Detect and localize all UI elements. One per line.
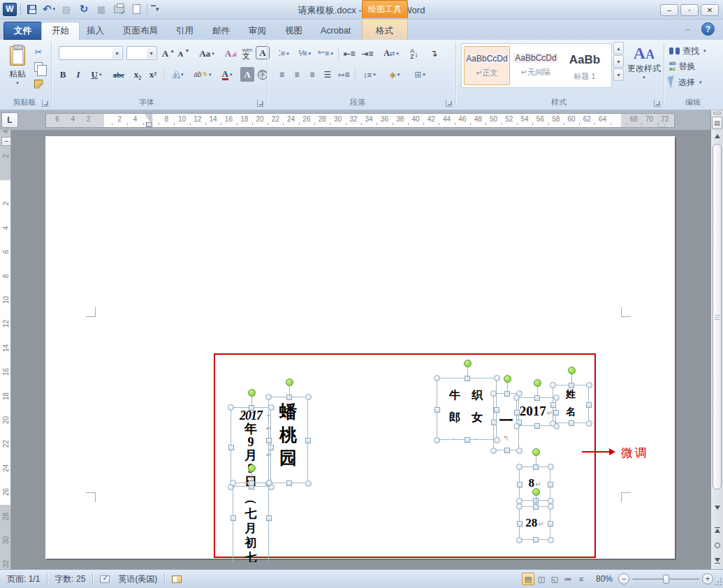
resize-handle[interactable] <box>586 420 592 427</box>
split-window-handle[interactable] <box>713 112 721 115</box>
paragraph-dialog-launcher[interactable] <box>446 100 453 107</box>
resize-handle[interactable] <box>513 395 520 401</box>
sort-button[interactable]: AZ↓ <box>405 46 423 61</box>
increase-indent-button[interactable]: ⇥≡ <box>359 46 376 61</box>
macro-record-indicator[interactable] <box>165 573 189 585</box>
fullscreen-reading-view-button[interactable]: ◫ <box>535 573 548 585</box>
font-dialog-launcher[interactable] <box>257 100 264 107</box>
tab-stop-selector[interactable]: L <box>1 112 18 128</box>
resize-handle[interactable] <box>550 402 556 408</box>
right-indent-marker[interactable] <box>658 121 665 126</box>
resize-handle[interactable] <box>305 394 312 400</box>
change-case-button[interactable]: Aa▾ <box>196 46 218 61</box>
italic-button[interactable]: I <box>71 67 85 82</box>
resize-handle[interactable] <box>305 438 311 443</box>
rotate-handle[interactable] <box>568 367 576 374</box>
first-line-indent-marker[interactable] <box>145 114 152 119</box>
resize-handle[interactable] <box>517 482 523 487</box>
resize-handle[interactable] <box>228 404 234 411</box>
multilevel-list-button[interactable]: ᵃ⁼≡▾ <box>316 46 335 61</box>
tab-review[interactable]: 审阅 <box>239 22 276 40</box>
print-layout-view-button[interactable]: ▤ <box>522 573 534 585</box>
resize-handle[interactable] <box>550 420 556 427</box>
resize-handle[interactable] <box>494 375 500 381</box>
style-no-spacing[interactable]: AaBbCcDd ↵无间隔 <box>513 46 559 85</box>
character-border-button[interactable]: A <box>256 46 270 59</box>
rotate-handle[interactable] <box>532 448 540 456</box>
resize-handle[interactable] <box>434 375 440 381</box>
select-browse-object-button[interactable] <box>713 541 722 550</box>
tab-mailings[interactable]: 邮件 <box>203 22 240 40</box>
resize-handle[interactable] <box>465 437 470 443</box>
align-center-button[interactable]: ≡ <box>289 67 305 82</box>
format-painter-button[interactable] <box>32 78 45 90</box>
resize-handle[interactable] <box>266 480 272 486</box>
resize-handle[interactable] <box>490 390 497 397</box>
tab-view[interactable]: 视图 <box>275 22 312 40</box>
rotate-handle[interactable] <box>464 360 472 367</box>
zoom-in-button[interactable]: + <box>702 573 713 585</box>
highlight-color-button[interactable]: ab✎▾ <box>191 67 214 82</box>
rotate-handle[interactable] <box>532 488 540 496</box>
resize-handle[interactable] <box>265 394 272 400</box>
zoom-slider-thumb[interactable] <box>663 575 669 584</box>
close-button[interactable]: ✕ <box>701 4 719 16</box>
clipboard-dialog-launcher[interactable] <box>42 100 49 107</box>
page-indicator[interactable]: 页面: 1/1 <box>0 573 47 585</box>
draft-view-button[interactable]: ≡ <box>575 573 587 585</box>
h-ruler[interactable]: 6422468101214161820222426283032343638404… <box>45 113 675 128</box>
help-button[interactable]: ? <box>701 22 715 36</box>
decrease-indent-button[interactable]: ⇤≡ <box>341 46 358 61</box>
copy-button[interactable] <box>32 61 45 73</box>
resize-handle[interactable] <box>231 515 236 521</box>
styles-dialog-launcher[interactable] <box>654 100 661 107</box>
align-right-button[interactable]: ≡ <box>305 67 320 82</box>
textbox-niulang-zhinv[interactable]: 牛郎↰织女↰ <box>437 378 497 440</box>
language-indicator[interactable]: 英语(美国) <box>117 573 164 585</box>
previous-page-button[interactable] <box>713 525 722 535</box>
font-name-combo[interactable]: ▼ <box>59 46 123 60</box>
grow-font-button[interactable]: A▲ <box>161 46 176 61</box>
resize-handle[interactable] <box>286 480 292 486</box>
word-count[interactable]: 字数: 25 <box>48 573 92 585</box>
justify-button[interactable]: ☰ <box>320 67 335 82</box>
next-page-button[interactable] <box>713 556 722 566</box>
textbox-twentyeight[interactable]: 28↵ <box>519 506 550 540</box>
font-color-button[interactable]: A▾ <box>217 67 238 82</box>
tab-insert[interactable]: 插入 <box>77 22 114 40</box>
minimize-button[interactable]: – <box>660 4 678 16</box>
font-size-combo[interactable]: ▼ <box>126 46 157 60</box>
resize-handle[interactable] <box>228 445 234 450</box>
phonetic-guide-button[interactable]: wén文 <box>240 46 254 61</box>
rotate-handle[interactable] <box>248 464 256 472</box>
numbering-button[interactable]: ⅟≡▾ <box>295 46 314 61</box>
style-normal[interactable]: AaBbCcDd ↵正文 <box>464 46 510 85</box>
resize-handle[interactable] <box>548 504 554 510</box>
style-heading1[interactable]: AaBb 标题 1 <box>562 46 608 85</box>
bold-button[interactable]: B <box>56 67 70 82</box>
resize-handle[interactable] <box>490 448 497 454</box>
resize-handle[interactable] <box>516 448 523 454</box>
character-shading-button[interactable]: A <box>240 67 254 82</box>
resize-handle[interactable] <box>266 515 272 521</box>
scrollbar-thumb[interactable] <box>713 144 722 490</box>
restore-button[interactable]: ▫ <box>680 4 699 16</box>
shrink-font-button[interactable]: A▼ <box>176 46 191 61</box>
tab-file[interactable]: 文件 <box>3 22 42 40</box>
resize-handle[interactable] <box>533 537 539 543</box>
replace-button[interactable]: abac 替换 <box>669 60 695 73</box>
resize-handle[interactable] <box>491 420 497 425</box>
strikethrough-button[interactable]: abc <box>109 67 129 82</box>
distribute-button[interactable]: ⇿≡ <box>335 67 352 82</box>
resize-handle[interactable] <box>517 521 523 527</box>
resize-handle[interactable] <box>305 480 312 487</box>
paste-button[interactable]: 粘贴 ▾ <box>6 44 29 96</box>
line-spacing-button[interactable]: ↕≡▾ <box>359 67 380 82</box>
show-hide-marks-button[interactable]: ↴ <box>426 46 441 61</box>
underline-button[interactable]: U▾ <box>87 67 106 82</box>
textbox-date[interactable]: 2017↵年↵9月↵9日↵ <box>231 407 271 487</box>
resize-handle[interactable] <box>513 423 520 429</box>
resize-handle[interactable] <box>550 382 556 388</box>
clear-formatting-button[interactable]: A◢ <box>222 46 239 61</box>
resize-handle[interactable] <box>266 438 272 443</box>
